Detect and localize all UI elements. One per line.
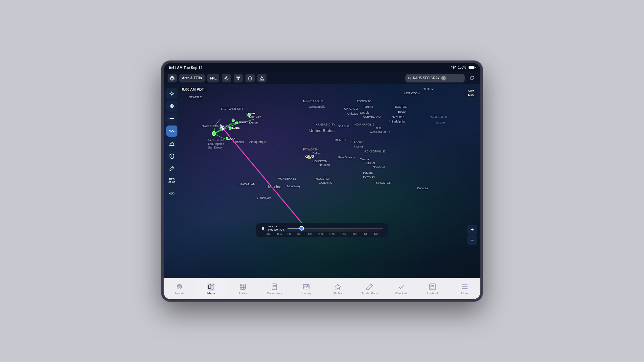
tab-flights-label: Flights xyxy=(334,292,342,295)
tl-plus22h: +22h xyxy=(351,233,357,236)
search-clear-button[interactable]: ✕ xyxy=(441,76,446,80)
rec-button[interactable]: REC 00:00 xyxy=(166,175,177,187)
battery-fill xyxy=(469,66,474,69)
settings-button[interactable] xyxy=(222,74,231,82)
checklist-icon xyxy=(397,283,405,291)
waypoint-dot-allibe xyxy=(229,127,231,130)
alert-button[interactable] xyxy=(257,74,266,82)
device-frame: 9:41 AM Tue Sep 14 ... ↑ 100% xyxy=(161,60,483,302)
airports-icon xyxy=(175,283,183,291)
pencil-button[interactable] xyxy=(166,163,177,174)
tab-plates-label: Plates xyxy=(239,292,247,295)
documents-icon xyxy=(270,283,278,291)
rec-time: 00:00 xyxy=(169,181,175,184)
waypoint-dot-dacem xyxy=(235,122,238,124)
flights-icon xyxy=(334,283,342,291)
search-icon xyxy=(408,77,411,80)
waypoint-dot-audia xyxy=(226,137,228,140)
timeline-labels: -3h +19m +3h +6h +10h +13h +16h +19h +22… xyxy=(260,233,384,236)
target-button[interactable] xyxy=(166,101,177,112)
tab-scratchpads-label: ScratchPads xyxy=(361,292,378,295)
location-button[interactable] xyxy=(166,88,177,99)
svg-point-4 xyxy=(262,79,262,80)
imagery-icon xyxy=(302,283,310,291)
left-toolbar: REC 00:00 xyxy=(166,88,177,199)
tab-maps[interactable]: Maps xyxy=(195,278,227,299)
svg-rect-20 xyxy=(170,118,174,119)
tab-plates[interactable]: Plates xyxy=(227,278,259,299)
toolbar: Aero & TFRs FPL xyxy=(164,72,480,84)
tl-minus3h: -3h xyxy=(266,233,270,236)
status-icons: ↑ 100% xyxy=(448,65,475,70)
tl-plus19m: +19m xyxy=(275,233,282,236)
timer-button[interactable] xyxy=(245,74,255,82)
status-dots: ... xyxy=(322,66,328,70)
refresh-button[interactable] xyxy=(467,74,476,82)
waypoint-dacem: DACEM xyxy=(237,121,246,124)
device-screen: 9:41 AM Tue Sep 14 ... ↑ 100% xyxy=(164,63,480,299)
svg-point-40 xyxy=(307,285,308,286)
shield-button[interactable] xyxy=(166,150,177,162)
aero-tfrs-button[interactable]: Aero & TFRs xyxy=(179,74,205,82)
tl-plus6h: +6h xyxy=(297,233,301,236)
minus-button[interactable] xyxy=(166,113,177,124)
aircraft-icon xyxy=(218,123,227,132)
timeline-track[interactable] xyxy=(288,228,383,229)
tab-logbook[interactable]: Logbook xyxy=(417,278,448,299)
pause-button[interactable]: ⏸ xyxy=(260,225,266,232)
tab-documents-label: Documents xyxy=(267,292,282,295)
tab-airports[interactable]: Airports xyxy=(164,278,195,299)
rec-label: REC xyxy=(169,178,175,181)
wave-button[interactable] xyxy=(166,125,177,137)
plates-icon xyxy=(239,283,247,291)
kaus-waypoint xyxy=(308,156,311,159)
tl-plus10h: +10h xyxy=(307,233,312,236)
route-button[interactable] xyxy=(166,188,177,199)
tab-checklist-label: Checklist xyxy=(395,292,407,295)
tl-plus13h: +13h xyxy=(318,233,324,236)
search-text: KAUS SFO GRAY xyxy=(413,76,440,80)
tl-plus3h: +3h xyxy=(287,233,291,236)
tab-scratchpads[interactable]: ScratchPads xyxy=(354,278,385,299)
waypoint-allibe: ALLIBE xyxy=(230,126,240,129)
svg-point-0 xyxy=(226,77,227,79)
waypoint-dot-trysh xyxy=(247,113,251,117)
wind-overlay xyxy=(164,84,480,278)
map-scale: Auto 63K xyxy=(465,88,477,98)
timeline-thumb xyxy=(299,226,304,231)
tab-checklist[interactable]: Checklist xyxy=(385,278,417,299)
mountain-button[interactable] xyxy=(166,138,177,149)
logbook-icon xyxy=(429,283,437,291)
tab-more[interactable]: More xyxy=(449,278,480,299)
zoom-out-button[interactable]: − xyxy=(467,235,477,245)
svg-point-24 xyxy=(170,193,171,194)
tab-documents[interactable]: Documents xyxy=(259,278,290,299)
svg-point-9 xyxy=(171,93,173,95)
tab-imagery[interactable]: Imagery xyxy=(290,278,322,299)
wifi-status-icon xyxy=(451,65,456,70)
svg-point-14 xyxy=(170,104,173,108)
battery-pct-label: 100% xyxy=(458,66,466,69)
tab-more-label: More xyxy=(461,292,468,295)
layers-button[interactable] xyxy=(168,74,177,82)
svg-rect-30 xyxy=(240,284,245,289)
tab-maps-label: Maps xyxy=(207,292,215,295)
zoom-in-button[interactable]: + xyxy=(467,225,477,235)
map-area[interactable]: SEATTLE SALT LAKE CITY DENVER Denver MIN… xyxy=(164,84,480,278)
svg-point-15 xyxy=(171,105,172,107)
filter-button[interactable] xyxy=(234,74,243,82)
timeline: ⏸ SEP 149:00 AM PDT -3h +19m +3h +6h +10… xyxy=(256,223,388,237)
tab-flights[interactable]: Flights xyxy=(322,278,354,299)
timeline-date: SEP 149:00 AM PDT xyxy=(268,225,284,232)
zoom-controls: + − xyxy=(467,225,477,245)
scale-value: 63K xyxy=(468,93,474,97)
fpl-button[interactable]: FPL xyxy=(207,74,219,82)
svg-line-6 xyxy=(410,79,411,79)
status-bar: 9:41 AM Tue Sep 14 ... ↑ 100% xyxy=(164,63,480,72)
more-icon xyxy=(461,283,469,291)
search-bar[interactable]: KAUS SFO GRAY ✕ xyxy=(405,74,465,82)
tl-plus1dh: +1dh xyxy=(372,233,378,236)
tab-bar: Airports Maps xyxy=(164,278,480,299)
location-status-icon: ↑ xyxy=(448,66,450,69)
tl-plus16h: +16h xyxy=(329,233,335,236)
